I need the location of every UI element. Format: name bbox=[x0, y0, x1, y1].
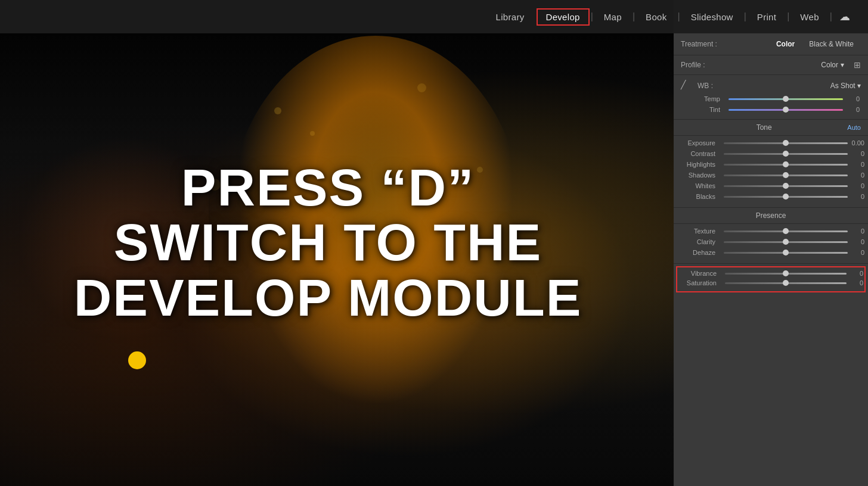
profile-value: Color bbox=[821, 61, 838, 69]
shadows-slider-row: Shadows 0 bbox=[676, 172, 866, 179]
tone-auto-btn[interactable]: Auto bbox=[847, 124, 861, 131]
texture-slider-thumb[interactable] bbox=[783, 228, 789, 234]
treatment-options: Color Black & White bbox=[769, 38, 861, 50]
cloud-icon[interactable]: ☁ bbox=[833, 7, 856, 27]
dehaze-slider-row: Dehaze 0 bbox=[676, 249, 866, 256]
blacks-slider-row: Blacks 0 bbox=[676, 193, 866, 200]
wb-chevron-icon: ▾ bbox=[857, 82, 861, 90]
blacks-slider-thumb[interactable] bbox=[783, 194, 789, 200]
saturation-slider-track[interactable] bbox=[725, 282, 847, 284]
bokeh-dot bbox=[274, 107, 281, 114]
clarity-slider-track[interactable] bbox=[724, 241, 848, 243]
vibrance-slider-track[interactable] bbox=[725, 273, 847, 275]
texture-value: 0 bbox=[851, 228, 864, 235]
whites-label: Whites bbox=[677, 182, 720, 189]
vibrance-label: Vibrance bbox=[678, 270, 721, 277]
grid-icon[interactable]: ⊞ bbox=[854, 60, 861, 70]
highlights-label: Highlights bbox=[677, 161, 720, 168]
exposure-slider-thumb[interactable] bbox=[783, 140, 789, 146]
tone-header: Tone Auto bbox=[674, 120, 868, 136]
clarity-slider-row: Clarity 0 bbox=[676, 238, 866, 245]
highlights-slider-thumb[interactable] bbox=[783, 161, 789, 167]
eyedropper-icon[interactable]: ╱ bbox=[681, 80, 693, 92]
nav-develop[interactable]: Develop bbox=[537, 8, 590, 26]
profile-section: Profile : Color ▾ ⊞ bbox=[674, 55, 868, 75]
temp-slider-row: Temp 0 bbox=[681, 95, 861, 102]
tone-sliders: Exposure 0.00 Contrast 0 Highlights 0 Sh… bbox=[674, 136, 868, 208]
saturation-slider-row: Saturation 0 bbox=[677, 279, 864, 286]
clarity-label: Clarity bbox=[677, 238, 720, 245]
exposure-value: 0.00 bbox=[851, 139, 864, 147]
profile-dropdown[interactable]: Color ▾ bbox=[821, 61, 844, 69]
chevron-down-icon: ▾ bbox=[841, 61, 844, 69]
tone-label: Tone bbox=[681, 123, 847, 132]
nav-sep-4: | bbox=[676, 11, 681, 22]
contrast-slider-thumb[interactable] bbox=[783, 151, 789, 157]
contrast-slider-track[interactable] bbox=[724, 153, 848, 155]
vibrance-slider-thumb[interactable] bbox=[783, 270, 789, 276]
nav-sep-2: | bbox=[590, 11, 594, 22]
nav-book[interactable]: Book bbox=[636, 8, 676, 26]
texture-slider-track[interactable] bbox=[724, 230, 848, 232]
nav-print[interactable]: Print bbox=[748, 8, 786, 26]
blacks-slider-track[interactable] bbox=[724, 196, 848, 198]
yellow-dot-decoration bbox=[128, 351, 146, 369]
tint-slider-row: Tint 0 bbox=[681, 106, 861, 113]
whites-slider-track[interactable] bbox=[724, 185, 848, 187]
treatment-color-btn[interactable]: Color bbox=[769, 38, 802, 50]
contrast-slider-row: Contrast 0 bbox=[676, 150, 866, 157]
presence-header: Presence bbox=[674, 208, 868, 224]
temp-value: 0 bbox=[847, 95, 860, 102]
wb-section: ╱ WB : As Shot ▾ Temp 0 Tint 0 bbox=[674, 75, 868, 120]
treatment-section: Treatment : Color Black & White bbox=[674, 33, 868, 55]
shadows-slider-thumb[interactable] bbox=[783, 172, 789, 178]
shadows-slider-track[interactable] bbox=[724, 175, 848, 176]
nav-sep-3: | bbox=[631, 11, 636, 22]
nav-sep-6: | bbox=[786, 11, 790, 22]
highlights-slider-track[interactable] bbox=[724, 164, 848, 166]
treatment-bw-btn[interactable]: Black & White bbox=[802, 38, 861, 50]
overlay-line3: DEVELOP MODULE bbox=[74, 270, 582, 325]
exposure-label: Exposure bbox=[677, 139, 720, 147]
nav-items-list: Library Develop | Map | Book | Slideshow… bbox=[486, 7, 856, 27]
nav-library[interactable]: Library bbox=[486, 8, 534, 26]
dehaze-slider-track[interactable] bbox=[724, 252, 848, 254]
saturation-value: 0 bbox=[850, 279, 863, 286]
wb-row: ╱ WB : As Shot ▾ bbox=[681, 80, 861, 92]
exposure-slider-row: Exposure 0.00 bbox=[676, 139, 866, 147]
wb-left: ╱ WB : bbox=[681, 80, 713, 92]
nav-sep-5: | bbox=[743, 11, 748, 22]
whites-slider-thumb[interactable] bbox=[783, 183, 789, 189]
wb-value[interactable]: As Shot ▾ bbox=[830, 82, 861, 90]
temp-slider-thumb[interactable] bbox=[783, 96, 789, 102]
overlay-line1: PRESS “D” bbox=[181, 160, 475, 215]
nav-web[interactable]: Web bbox=[790, 8, 828, 26]
vibrance-saturation-section: Vibrance 0 Saturation 0 bbox=[676, 266, 866, 292]
shadows-label: Shadows bbox=[677, 172, 720, 179]
temp-slider-track[interactable] bbox=[728, 98, 843, 100]
presence-label: Presence bbox=[681, 211, 861, 220]
overlay-line2: SWITCH TO THE bbox=[114, 216, 542, 270]
saturation-slider-thumb[interactable] bbox=[783, 280, 789, 286]
whites-slider-row: Whites 0 bbox=[676, 182, 866, 189]
vibrance-slider-row: Vibrance 0 bbox=[677, 270, 864, 277]
bokeh-dot bbox=[310, 131, 315, 136]
nav-sep-7: | bbox=[829, 11, 833, 22]
dehaze-label: Dehaze bbox=[677, 249, 720, 256]
exposure-slider-track[interactable] bbox=[724, 142, 848, 144]
dehaze-slider-thumb[interactable] bbox=[783, 250, 789, 256]
nav-slideshow[interactable]: Slideshow bbox=[681, 8, 743, 26]
dehaze-value: 0 bbox=[851, 249, 864, 256]
overlay-text-block: PRESS “D” SWITCH TO THE DEVELOP MODULE bbox=[0, 160, 656, 325]
highlights-slider-row: Highlights 0 bbox=[676, 161, 866, 168]
tint-slider-track[interactable] bbox=[728, 109, 843, 111]
tint-slider-thumb[interactable] bbox=[783, 107, 789, 113]
clarity-slider-thumb[interactable] bbox=[783, 239, 789, 245]
treatment-label: Treatment : bbox=[681, 40, 717, 48]
nav-map[interactable]: Map bbox=[594, 8, 631, 26]
saturation-label: Saturation bbox=[678, 279, 721, 286]
blacks-value: 0 bbox=[851, 193, 864, 200]
presence-sliders: Texture 0 Clarity 0 Dehaze 0 bbox=[674, 224, 868, 264]
bokeh-dot bbox=[417, 83, 426, 92]
wb-label: WB : bbox=[698, 82, 713, 90]
